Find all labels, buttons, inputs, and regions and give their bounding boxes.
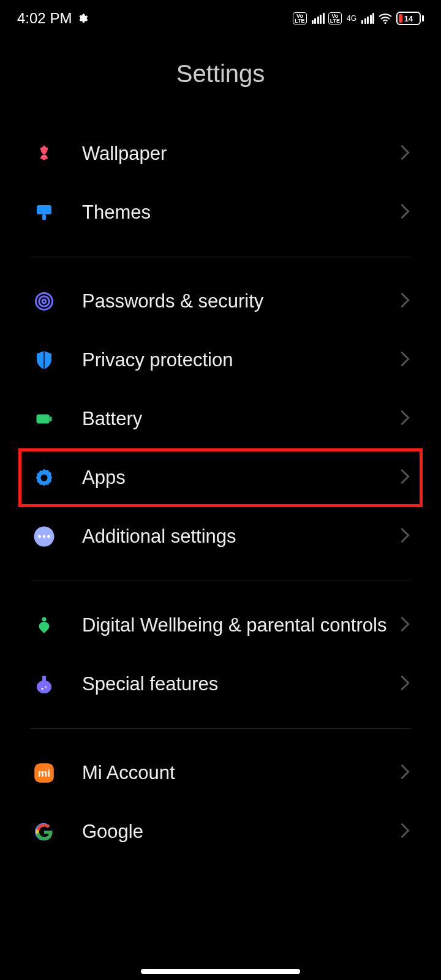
chevron-right-icon (399, 409, 410, 429)
chevron-right-icon (399, 203, 410, 222)
signal-icon (361, 13, 374, 24)
svg-rect-1 (37, 205, 51, 214)
svg-point-11 (43, 535, 46, 538)
battery-icon: 14 (396, 12, 424, 25)
divider (31, 581, 410, 581)
svg-point-0 (385, 22, 386, 24)
chevron-right-icon (399, 527, 410, 546)
svg-text:mi: mi (38, 767, 50, 779)
network-label: 4G (347, 15, 356, 21)
battery-icon (31, 405, 58, 432)
status-bar: 4:02 PM VoLTE VoLTE 4G 14 (0, 0, 441, 37)
settings-item-label: Battery (82, 407, 399, 431)
divider (31, 728, 410, 729)
dots-icon (31, 523, 58, 550)
settings-item-battery[interactable]: Battery (0, 390, 441, 448)
volte-icon: VoLTE (328, 12, 342, 24)
svg-rect-6 (37, 415, 50, 424)
flask-icon (31, 671, 58, 698)
settings-item-label: Passwords & security (82, 290, 399, 314)
svg-rect-15 (42, 676, 46, 682)
chevron-right-icon (399, 822, 410, 842)
settings-item-label: Wallpaper (82, 142, 399, 166)
settings-item-label: Digital Wellbeing & parental controls (82, 614, 399, 638)
apps-gear-icon (31, 464, 58, 491)
chevron-right-icon (399, 763, 410, 783)
svg-point-17 (45, 686, 47, 687)
svg-rect-2 (42, 214, 46, 220)
status-right: VoLTE VoLTE 4G 14 (293, 12, 424, 25)
gear-icon (77, 12, 89, 24)
settings-item-label: Apps (82, 466, 399, 490)
chevron-right-icon (399, 144, 410, 164)
wellbeing-icon (31, 612, 58, 639)
svg-point-8 (40, 474, 47, 481)
svg-point-13 (42, 617, 46, 622)
divider (31, 257, 410, 257)
shield-icon (31, 347, 58, 374)
google-icon (31, 818, 58, 845)
settings-list: Wallpaper Themes Passwords & security Pr… (0, 124, 441, 845)
settings-item-special-features[interactable]: Special features (0, 655, 441, 714)
volte-icon: VoLTE (293, 12, 306, 24)
chevron-right-icon (399, 292, 410, 311)
settings-item-wallpaper[interactable]: Wallpaper (0, 124, 441, 183)
svg-point-4 (39, 296, 50, 307)
settings-item-label: Special features (82, 673, 399, 696)
svg-point-5 (42, 300, 46, 303)
settings-item-label: Google (82, 820, 399, 844)
settings-item-mi-account[interactable]: mi Mi Account (0, 744, 441, 802)
settings-item-passwords-security[interactable]: Passwords & security (0, 272, 441, 331)
settings-item-digital-wellbeing[interactable]: Digital Wellbeing & parental controls (0, 596, 441, 655)
battery-percentage: 14 (398, 14, 420, 23)
svg-point-10 (38, 535, 41, 538)
home-indicator[interactable] (141, 969, 300, 974)
chevron-right-icon (399, 468, 410, 488)
svg-point-16 (42, 688, 43, 690)
chevron-right-icon (399, 350, 410, 370)
signal-icon (312, 13, 325, 24)
status-time: 4:02 PM (17, 10, 72, 27)
fingerprint-icon (31, 288, 58, 315)
settings-item-additional-settings[interactable]: Additional settings (0, 507, 441, 566)
svg-rect-7 (50, 417, 52, 421)
settings-item-apps[interactable]: Apps (0, 448, 441, 507)
settings-item-label: Privacy protection (82, 349, 399, 372)
page-title: Settings (0, 60, 441, 88)
settings-item-label: Mi Account (82, 761, 399, 785)
wallpaper-icon (31, 140, 58, 167)
settings-item-themes[interactable]: Themes (0, 183, 441, 242)
settings-item-google[interactable]: Google (0, 802, 441, 845)
status-left: 4:02 PM (17, 10, 89, 27)
svg-point-14 (37, 680, 51, 693)
settings-item-label: Themes (82, 201, 399, 225)
themes-icon (31, 199, 58, 226)
wifi-icon (378, 12, 393, 24)
chevron-right-icon (399, 674, 410, 694)
settings-item-label: Additional settings (82, 525, 399, 549)
mi-icon: mi (31, 760, 58, 786)
svg-point-12 (47, 535, 50, 538)
settings-item-privacy-protection[interactable]: Privacy protection (0, 331, 441, 390)
chevron-right-icon (399, 616, 410, 635)
